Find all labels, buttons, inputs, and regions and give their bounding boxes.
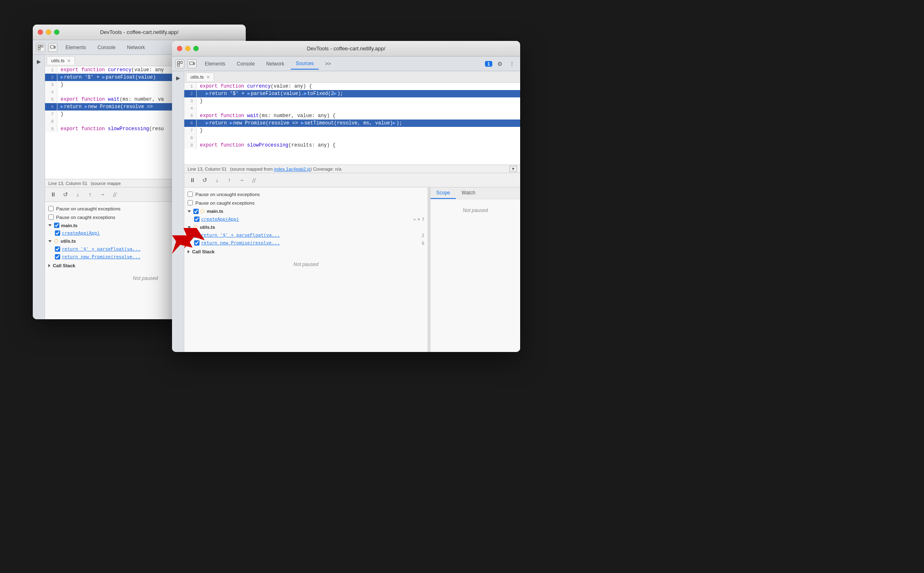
bp-utils-item-1-front: return '$' + parseFloat(va... 2 xyxy=(184,231,428,239)
resume-icon-back[interactable]: ▶ xyxy=(34,56,44,66)
minimize-button-front[interactable] xyxy=(185,46,190,51)
traffic-lights-back xyxy=(38,29,59,35)
front-code-line-7: 7 } xyxy=(184,127,520,134)
pause-btn-front[interactable]: ⏸ xyxy=(188,175,197,185)
bp-item-checkbox-front[interactable] xyxy=(194,217,199,222)
tab-sources-front[interactable]: Sources xyxy=(291,58,319,70)
exception-uncaught-label-front: Pause on uncaught exceptions xyxy=(195,192,260,197)
continue-btn-back[interactable]: → xyxy=(97,189,107,199)
svg-rect-6 xyxy=(177,61,179,63)
tab-console-front[interactable]: Console xyxy=(232,59,260,69)
expand-icon-front xyxy=(188,210,191,212)
svg-rect-10 xyxy=(194,63,195,65)
bp-utils-checkbox1-back[interactable] xyxy=(55,246,60,252)
bp-utils-item-2-front: return new Promise(resolve... 6 xyxy=(184,239,428,247)
file-tab-close-back[interactable]: ✕ xyxy=(67,59,70,63)
call-stack-header-front: Call Stack xyxy=(184,247,428,257)
device-icon-front[interactable] xyxy=(188,59,197,68)
bp-main-ts-checkbox-front[interactable] xyxy=(193,209,199,214)
device-icon-back[interactable] xyxy=(48,43,57,52)
tab-console-back[interactable]: Console xyxy=(93,42,120,53)
window-title-back: DevTools - coffee-cart.netlify.app/ xyxy=(100,29,179,35)
scope-not-paused-front: Not paused xyxy=(430,199,520,218)
scope-panel-front: Scope Watch Not paused xyxy=(430,187,520,352)
chat-badge-front[interactable]: 1 xyxy=(485,61,492,67)
status-bar-front: Line 13, Column 51 (source mapped from i… xyxy=(184,165,520,173)
pause-btn-back[interactable]: ⏸ xyxy=(48,189,58,199)
exception-caught-checkbox-front[interactable] xyxy=(188,200,193,205)
exception-uncaught-front: Pause on uncaught exceptions xyxy=(184,190,428,199)
bottom-panel-front: Pause on uncaught exceptions Pause on ca… xyxy=(184,187,520,352)
tabs-bar-front: Elements Console Network Sources >> 1 ⚙ … xyxy=(172,56,520,71)
front-code-line-4: 4 xyxy=(184,105,520,112)
main-ts-icon-front: ⬡ xyxy=(200,208,204,214)
bp-utils-checkbox2-front[interactable] xyxy=(194,240,199,246)
bp-item-checkbox-back[interactable] xyxy=(55,230,60,236)
bp-panel-front: Pause on uncaught exceptions Pause on ca… xyxy=(184,187,428,352)
file-tab-utils-back[interactable]: utils.ts ✕ xyxy=(47,56,75,65)
fullscreen-button-front[interactable] xyxy=(193,46,199,51)
bp-main-ts-name-back: main.ts xyxy=(61,223,77,228)
deactivate-btn-front[interactable]: ⧸⧸ xyxy=(249,175,259,185)
expand-icon-back xyxy=(48,224,52,226)
step-out-btn-front[interactable]: ↑ xyxy=(224,175,234,185)
step-into-btn-front[interactable]: ↓ xyxy=(212,175,222,185)
minimize-button-back[interactable] xyxy=(46,29,51,35)
tab-elements-front[interactable]: Elements xyxy=(200,59,230,69)
tabs-right-front: 1 ⚙ ⋮ xyxy=(485,59,517,69)
tab-scope-front[interactable]: Scope xyxy=(430,187,456,199)
step-over-btn-back[interactable]: ↺ xyxy=(61,189,70,199)
exception-caught-checkbox-back[interactable] xyxy=(48,214,54,220)
bp-item-text-front: createApp(App) xyxy=(201,217,412,222)
deactivate-btn-back[interactable]: ⧸⧸ xyxy=(110,189,120,199)
title-bar-front: DevTools - coffee-cart.netlify.app/ xyxy=(172,41,520,56)
file-tab-utils-front[interactable]: utils.ts ✕ xyxy=(186,72,214,81)
call-stack-expand-front xyxy=(188,250,190,253)
call-stack-label-back: Call Stack xyxy=(53,263,75,268)
continue-btn-front[interactable]: → xyxy=(237,175,247,185)
main-content-front: ▶ utils.ts ✕ 1 export function currency(… xyxy=(172,71,520,352)
step-out-btn-back[interactable]: ↑ xyxy=(85,189,95,199)
step-over-btn-front[interactable]: ↺ xyxy=(200,175,210,185)
front-code-line-8: 8 xyxy=(184,134,520,142)
source-link-front[interactable]: index.1ac4eab2.js xyxy=(274,167,310,171)
bp-main-ts-checkbox-back[interactable] xyxy=(54,223,59,228)
exception-caught-label-front: Pause on caught exceptions xyxy=(195,201,255,205)
svg-rect-7 xyxy=(180,61,182,63)
tab-network-front[interactable]: Network xyxy=(261,59,289,69)
coverage-expand-front[interactable]: ▼ xyxy=(510,166,517,172)
front-code-line-3: 3 } xyxy=(184,97,520,105)
bp-edit-btn-front[interactable]: ✏ xyxy=(413,217,416,222)
call-stack-expand-back xyxy=(48,264,50,267)
settings-icon-front[interactable]: ⚙ xyxy=(495,59,505,69)
resume-icon-front[interactable]: ▶ xyxy=(173,73,183,83)
close-button-front[interactable] xyxy=(177,46,182,51)
utils-icon-front: ⬡ xyxy=(193,224,197,230)
tab-network-back[interactable]: Network xyxy=(122,42,150,53)
left-sidebar-front: ▶ xyxy=(172,71,184,352)
bp-line-num-front: 7 xyxy=(422,217,424,222)
expand-icon2-back xyxy=(48,240,52,242)
fullscreen-button-back[interactable] xyxy=(54,29,59,35)
inspector-icon-back[interactable] xyxy=(36,43,45,52)
tab-elements-back[interactable]: Elements xyxy=(61,42,91,53)
file-tab-close-front[interactable]: ✕ xyxy=(206,75,210,79)
bp-close-btn-front[interactable]: ✕ xyxy=(417,217,420,222)
front-code-line-6: 6 ▶return ▶new Promise(resolve => ▶setTi… xyxy=(184,120,520,127)
exception-uncaught-checkbox-back[interactable] xyxy=(48,206,54,211)
tab-more-front[interactable]: >> xyxy=(320,59,336,69)
source-info-front: (source mapped from index.1ac4eab2.js) C… xyxy=(230,167,341,171)
tab-watch-front[interactable]: Watch xyxy=(456,187,481,199)
left-sidebar-back: ▶ xyxy=(33,55,45,319)
step-into-btn-back[interactable]: ↓ xyxy=(73,189,83,199)
more-icon-front[interactable]: ⋮ xyxy=(507,59,517,69)
bp-utils-checkbox1-front[interactable] xyxy=(194,232,199,238)
traffic-lights-front xyxy=(177,46,199,51)
close-button-back[interactable] xyxy=(38,29,43,35)
window-title-front: DevTools - coffee-cart.netlify.app/ xyxy=(307,45,385,52)
exception-uncaught-checkbox-front[interactable] xyxy=(188,192,193,197)
file-tabs-front: utils.ts ✕ xyxy=(184,71,520,83)
inspector-icon-front[interactable] xyxy=(175,59,184,68)
bp-utils-line2-front: 6 xyxy=(422,241,424,246)
bp-utils-checkbox2-back[interactable] xyxy=(55,254,60,259)
